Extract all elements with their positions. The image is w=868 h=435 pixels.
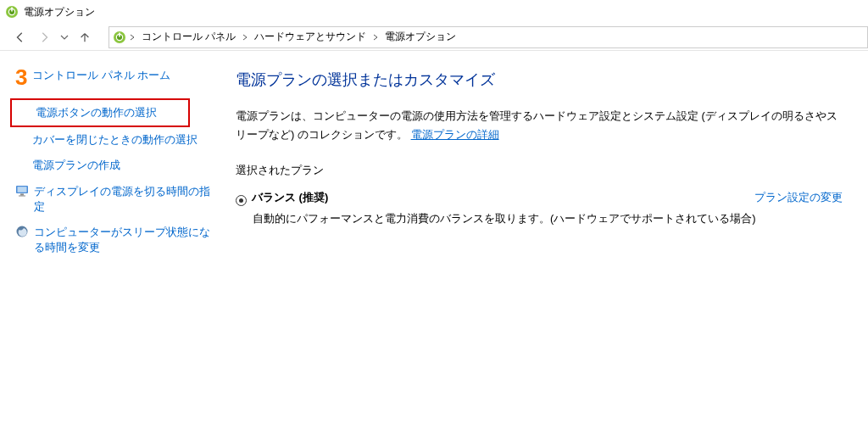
main-panel: 電源プランの選択またはカスタマイズ 電源プランは、コンピューターの電源の使用方法… <box>220 51 868 435</box>
plan-radio[interactable] <box>236 195 247 206</box>
description-text: 電源プランは、コンピューターの電源の使用方法を管理するハードウェア設定とシステム… <box>236 109 837 141</box>
power-options-icon <box>113 31 126 44</box>
page-description: 電源プランは、コンピューターの電源の使用方法を管理するハードウェア設定とシステム… <box>236 107 843 144</box>
plan-name: バランス (推奨) <box>252 190 328 205</box>
back-button[interactable] <box>12 29 29 46</box>
forward-button[interactable] <box>36 29 53 46</box>
highlight-annotation: 電源ボタンの動作の選択 <box>10 98 190 127</box>
svg-rect-10 <box>20 193 24 195</box>
sidebar-item-create-plan[interactable]: 電源プランの作成 <box>12 153 214 178</box>
plan-details-link[interactable]: 電源プランの詳細 <box>411 128 499 141</box>
breadcrumb-label: ハードウェアとサウンド <box>254 30 366 44</box>
navbar: コントロール パネル ハードウェアとサウンド 電源オプション <box>0 24 868 51</box>
sidebar-item-display-off-time[interactable]: ディスプレイの電源を切る時間の指定 <box>12 179 214 220</box>
svg-rect-9 <box>18 187 27 192</box>
page-heading: 電源プランの選択またはカスタマイズ <box>236 70 843 90</box>
chevron-right-icon[interactable] <box>128 34 136 41</box>
control-panel-home-link[interactable]: コントロール パネル ホーム <box>32 68 214 83</box>
sidebar-item-lid-close-action[interactable]: カバーを閉じたときの動作の選択 <box>12 127 214 153</box>
sidebar-item-label: ディスプレイの電源を切る時間の指定 <box>34 184 210 215</box>
breadcrumb-control-panel[interactable]: コントロール パネル <box>138 27 239 47</box>
up-button[interactable] <box>76 29 93 46</box>
sidebar-item-sleep-time[interactable]: コンピューターがスリープ状態になる時間を変更 <box>12 220 214 260</box>
sidebar: 3 コントロール パネル ホーム 電源ボタンの動作の選択 カバーを閉じたときの動… <box>0 51 220 435</box>
content: 3 コントロール パネル ホーム 電源ボタンの動作の選択 カバーを閉じたときの動… <box>0 51 868 435</box>
plan-description: 自動的にパフォーマンスと電力消費のバランスを取ります。(ハードウェアでサポートさ… <box>253 210 843 228</box>
sidebar-item-label: カバーを閉じたときの動作の選択 <box>32 132 198 148</box>
sidebar-item-label: 電源ボタンの動作の選択 <box>36 105 157 120</box>
svg-rect-3 <box>11 8 13 12</box>
annotation-step: 3 <box>15 66 27 88</box>
recent-dropdown[interactable] <box>59 29 70 46</box>
address-bar[interactable]: コントロール パネル ハードウェアとサウンド 電源オプション <box>108 26 868 48</box>
sleep-icon <box>15 225 29 238</box>
breadcrumb-label: コントロール パネル <box>142 30 236 44</box>
sidebar-item-label: 電源プランの作成 <box>32 158 120 173</box>
chevron-right-icon[interactable] <box>371 34 380 41</box>
plan-row-balance: バランス (推奨) プラン設定の変更 <box>236 190 843 205</box>
breadcrumb-hardware-sound[interactable]: ハードウェアとサウンド <box>251 27 370 47</box>
window-title: 電源オプション <box>24 5 95 20</box>
power-options-icon <box>5 5 19 19</box>
selected-plan-label: 選択されたプラン <box>236 163 843 178</box>
svg-rect-11 <box>19 195 25 196</box>
svg-rect-7 <box>119 32 120 36</box>
change-plan-settings-link[interactable]: プラン設定の変更 <box>754 190 843 205</box>
sidebar-item-label: コンピューターがスリープ状態になる時間を変更 <box>34 225 210 255</box>
chevron-right-icon[interactable] <box>241 34 249 41</box>
titlebar: 電源オプション <box>0 0 868 24</box>
display-icon <box>15 184 29 198</box>
sidebar-item-power-button-action[interactable]: 電源ボタンの動作の選択 <box>15 103 185 122</box>
breadcrumb-label: 電源オプション <box>385 30 456 44</box>
breadcrumb-power-options[interactable]: 電源オプション <box>381 27 459 47</box>
